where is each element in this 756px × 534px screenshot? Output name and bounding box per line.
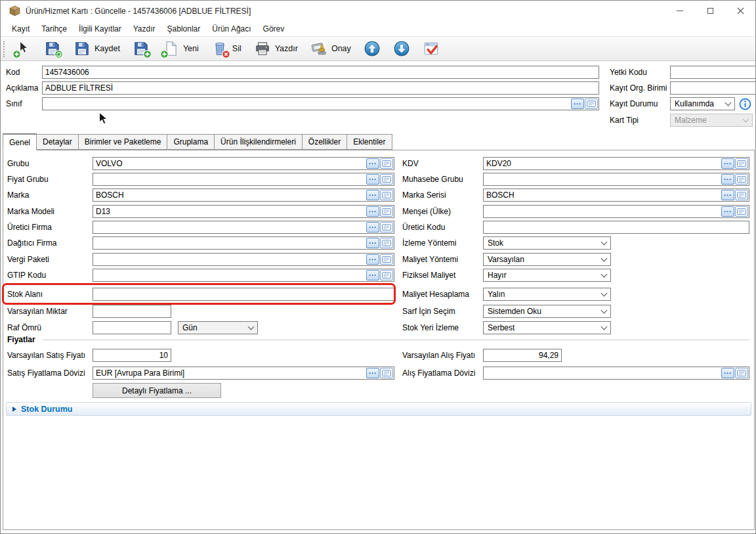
approve-button[interactable]: Onay [308,39,353,58]
alis-dovizi-keypad-button[interactable] [735,368,748,378]
delete-button[interactable]: Sil [209,39,243,58]
varsayilan-satis-fiyati-input[interactable] [93,349,171,362]
maximize-button[interactable] [695,1,725,21]
navigate-down-button[interactable] [391,39,412,58]
menu-yazdir[interactable]: Yazdır [127,22,161,35]
kayit-durumu-select[interactable]: Kullanımda [670,97,735,110]
varsayilan-alis-fiyati-input[interactable] [483,349,562,362]
menu-sablonlar[interactable]: Şablonlar [161,22,207,35]
sarf-icin-secim-select[interactable]: Sistemden Oku [483,305,611,318]
uretici-firma-input[interactable] [93,221,366,233]
uretici-kodu-input[interactable] [483,221,749,234]
kdv-browse-button[interactable]: ... [721,158,734,169]
aciklama-input[interactable] [42,81,599,95]
marka-modeli-browse-button[interactable]: ... [366,206,379,217]
kdv-keypad-button[interactable] [735,158,748,169]
kayit-org-input[interactable] [671,82,756,94]
marka-serisi-browse-button[interactable]: ... [721,190,734,200]
info-icon[interactable] [739,98,751,110]
vergi-paketi-browse-button[interactable]: ... [366,254,379,265]
kdv-input[interactable] [484,158,721,169]
alis-fiyatlama-dovizi-input[interactable] [484,367,721,379]
dagitici-firma-input[interactable] [93,237,366,249]
tab-eklentiler[interactable]: Eklentiler [346,134,392,150]
chevron-down-icon [601,238,608,245]
grubu-row: Grubu ... [7,157,394,170]
grubu-browse-button[interactable]: ... [366,158,379,169]
gtip-kodu-input[interactable] [93,269,366,281]
print-button[interactable]: Yazdır [252,39,300,58]
vergi-paketi-keypad-button[interactable] [380,254,393,265]
marka-serisi-keypad-button[interactable] [735,190,748,200]
muhasebe-grubu-browse-button[interactable]: ... [721,174,734,185]
raf-omru-input[interactable] [93,321,171,334]
menu-kayit[interactable]: Kayıt [6,22,35,35]
satis-dovizi-keypad-button[interactable] [380,368,393,378]
marka-modeli-input[interactable] [93,206,366,217]
menu-tarihce[interactable]: Tarihçe [35,22,73,35]
toolbar-grip[interactable] [3,41,5,57]
mensei-ulke-keypad-button[interactable] [735,206,748,217]
varsayilan-miktar-input[interactable] [93,305,171,318]
grubu-keypad-button[interactable] [380,158,393,169]
marka-input[interactable] [93,189,366,201]
marka-browse-button[interactable]: ... [366,190,379,200]
detayli-fiyatlama-button[interactable]: Detaylı Fiyatlama ... [93,383,221,398]
save-new-button[interactable] [131,39,152,58]
marka-modeli-keypad-button[interactable] [380,206,393,217]
muhasebe-grubu-input[interactable] [484,173,721,185]
tab-ozellikler[interactable]: Özellikler [302,134,347,150]
sinif-keypad-button[interactable] [585,99,598,109]
menu-urun-agaci[interactable]: Ürün Ağacı [206,22,257,35]
marka-serisi-input[interactable] [484,189,721,201]
marka-keypad-button[interactable] [380,190,393,200]
maliyet-hesaplama-select[interactable]: Yalın [483,288,611,301]
alis-dovizi-browse-button[interactable]: ... [721,368,734,378]
mensei-ulke-browse-button[interactable]: ... [721,206,734,217]
confirm-button[interactable] [421,39,442,58]
close-button[interactable] [725,1,755,21]
tab-gruplama[interactable]: Gruplama [167,134,215,150]
vergi-paketi-input[interactable] [93,254,366,265]
select-add-button[interactable] [12,39,33,58]
satis-dovizi-browse-button[interactable]: ... [366,368,379,378]
fiyat-grubu-input[interactable] [93,173,366,185]
yetki-kodu-input[interactable] [671,66,756,78]
tab-birimler-ve-paketleme[interactable]: Birimler ve Paketleme [78,134,168,150]
uretici-firma-browse-button[interactable]: ... [366,222,379,233]
mensei-ulke-input[interactable] [484,206,721,217]
tab-detaylar[interactable]: Detaylar [36,134,79,150]
dagitici-firma-keypad-button[interactable] [380,238,393,248]
stok-alani-input[interactable] [93,288,394,301]
menu-ilgili-kayitlar[interactable]: İlgili Kayıtlar [73,22,127,35]
save-refresh-button[interactable] [42,39,63,58]
gtip-kodu-browse-button[interactable]: ... [366,270,379,280]
fiyat-grubu-browse-button[interactable]: ... [366,174,379,185]
tab-genel[interactable]: Genel [3,133,37,150]
maliyet-yontemi-select[interactable]: Varsayılan [483,253,611,266]
gtip-kodu-keypad-button[interactable] [380,270,393,280]
grubu-input[interactable] [93,158,366,169]
sinif-input[interactable] [43,98,570,110]
fiziksel-maliyet-select[interactable]: Hayır [483,269,611,282]
kod-input[interactable] [42,66,599,79]
menu-gorev[interactable]: Görev [257,22,291,35]
chevron-down-icon [601,255,608,261]
muhasebe-grubu-keypad-button[interactable] [735,174,748,185]
stok-yeri-izleme-select[interactable]: Serbest [483,321,611,334]
fiyat-grubu-keypad-button[interactable] [380,174,393,185]
izleme-yontemi-label: İzleme Yöntemi [402,238,483,248]
izleme-yontemi-select[interactable]: Stok [483,236,611,250]
save-button[interactable]: Kaydet [72,39,122,58]
raf-omru-unit-select[interactable]: Gün [178,321,258,334]
minimize-button[interactable] [665,1,695,21]
new-record-button[interactable]: Yeni [160,39,201,58]
uretici-firma-keypad-button[interactable] [380,222,393,233]
stok-durumu-section-header[interactable]: Stok Durumu [6,402,751,416]
navigate-up-button[interactable] [362,39,383,58]
dagitici-firma-browse-button[interactable]: ... [366,238,379,248]
tab-urun-iliskilendirmeleri[interactable]: Ürün İlişkilendirmeleri [214,134,303,150]
sinif-browse-button[interactable]: ... [571,99,584,109]
mensei-ulke-row: Menşei (Ülke) ... [402,205,749,218]
satis-fiyatlama-dovizi-input[interactable] [93,367,366,379]
